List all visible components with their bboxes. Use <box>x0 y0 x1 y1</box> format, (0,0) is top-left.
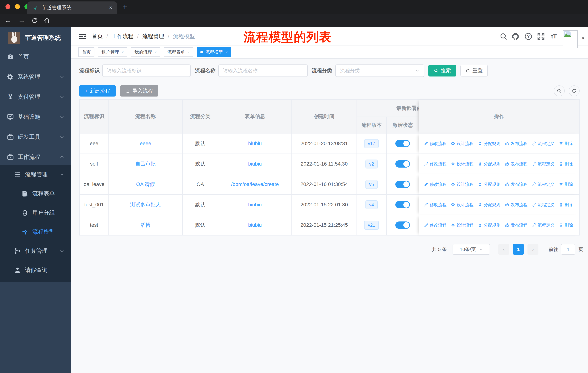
show-search-button[interactable] <box>554 85 565 96</box>
action-assign-rule[interactable]: 分配规则 <box>478 141 501 146</box>
sidebar-item-payment[interactable]: ¥ 支付管理 <box>0 87 71 107</box>
action-definition[interactable]: 流程定义 <box>532 161 555 167</box>
tab-close-icon[interactable]: × <box>109 5 112 11</box>
action-definition[interactable]: 流程定义 <box>532 222 555 228</box>
action-publish[interactable]: 发布流程 <box>505 202 527 208</box>
action-design[interactable]: 设计流程 <box>451 222 473 228</box>
active-toggle[interactable] <box>395 222 410 229</box>
action-assign-rule[interactable]: 分配规则 <box>478 161 501 167</box>
action-edit[interactable]: 修改流程 <box>424 181 447 187</box>
cell-form-link[interactable]: biubiu <box>218 215 292 235</box>
sidebar-item-user-group[interactable]: 用户分组 <box>0 203 71 222</box>
help-icon[interactable] <box>524 32 532 40</box>
active-toggle[interactable] <box>395 160 410 168</box>
action-design[interactable]: 设计流程 <box>451 141 473 146</box>
sidebar-item-process-form[interactable]: 流程表单 <box>0 184 71 203</box>
page-size-select[interactable]: 10条/页 <box>452 244 490 255</box>
hamburger-icon[interactable] <box>78 32 87 41</box>
goto-page-input[interactable] <box>561 244 575 255</box>
cell-form-link[interactable]: biubiu <box>218 154 292 174</box>
prev-page-button[interactable]: ‹ <box>498 244 509 255</box>
action-publish[interactable]: 发布流程 <box>505 222 527 228</box>
browser-tab[interactable]: 芋道管理系统 × <box>27 1 117 14</box>
version-badge[interactable]: v2 <box>366 160 378 169</box>
reload-icon[interactable] <box>31 17 38 24</box>
action-publish[interactable]: 发布流程 <box>505 181 527 187</box>
action-publish[interactable]: 发布流程 <box>505 141 527 146</box>
current-page[interactable]: 1 <box>513 244 524 255</box>
sidebar-logo[interactable]: 芋道管理系统 <box>0 27 71 48</box>
sidebar-item-task-manage[interactable]: 任务管理 <box>0 241 71 261</box>
action-edit[interactable]: 修改流程 <box>424 202 447 208</box>
cell-form-link[interactable]: biubiu <box>218 133 292 154</box>
action-delete[interactable]: 删除 <box>559 222 573 228</box>
action-assign-rule[interactable]: 分配规则 <box>478 222 501 228</box>
cell-name-link[interactable]: eeee <box>109 133 183 154</box>
close-window-button[interactable] <box>5 4 10 9</box>
tag-close-icon[interactable]: × <box>225 50 228 54</box>
cell-name-link[interactable]: 测试多审批人 <box>109 195 183 215</box>
cell-name-link[interactable]: 自己审批 <box>109 154 183 174</box>
create-process-button[interactable]: + 新建流程 <box>79 85 116 97</box>
tag-close-icon[interactable]: × <box>122 50 124 54</box>
action-edit[interactable]: 修改流程 <box>424 222 447 228</box>
tag-process-model-active[interactable]: 流程模型 × <box>197 47 231 57</box>
search-icon[interactable] <box>500 32 508 40</box>
reset-button[interactable]: 重置 <box>460 65 488 77</box>
back-icon[interactable]: ← <box>4 17 12 24</box>
action-assign-rule[interactable]: 分配规则 <box>478 181 501 187</box>
action-delete[interactable]: 删除 <box>559 202 573 208</box>
process-name-input[interactable] <box>218 64 308 77</box>
tag-close-icon[interactable]: × <box>187 50 189 54</box>
active-toggle[interactable] <box>395 201 410 208</box>
new-tab-button[interactable]: + <box>123 2 127 12</box>
forward-icon[interactable]: → <box>18 17 26 24</box>
breadcrumb-process-manage[interactable]: 流程管理 <box>142 33 164 40</box>
active-toggle[interactable] <box>395 140 410 147</box>
action-definition[interactable]: 流程定义 <box>532 202 555 208</box>
sidebar-item-devtools[interactable]: 研发工具 <box>0 127 71 147</box>
breadcrumb-home[interactable]: 首页 <box>92 33 103 40</box>
tag-close-icon[interactable]: × <box>155 50 157 54</box>
window-controls[interactable] <box>5 4 29 9</box>
version-badge[interactable]: v5 <box>366 180 378 189</box>
action-design[interactable]: 设计流程 <box>451 181 473 187</box>
refresh-table-button[interactable] <box>569 85 580 96</box>
search-button[interactable]: 搜索 <box>428 65 456 77</box>
sidebar-item-infra[interactable]: 基础设施 <box>0 107 71 127</box>
import-process-button[interactable]: 导入流程 <box>120 85 158 97</box>
font-size-icon[interactable]: tT <box>551 33 557 40</box>
github-icon[interactable] <box>511 32 519 40</box>
category-select[interactable]: 流程分类 <box>335 64 424 77</box>
version-badge[interactable]: v21 <box>364 221 379 230</box>
action-design[interactable]: 设计流程 <box>451 161 473 167</box>
breadcrumb-workflow[interactable]: 工作流程 <box>112 33 133 40</box>
cell-form-link[interactable]: /bpm/oa/leave/create <box>218 174 292 195</box>
active-toggle[interactable] <box>395 181 410 188</box>
tag-tenant[interactable]: 租户管理 × <box>98 47 127 57</box>
action-edit[interactable]: 修改流程 <box>424 141 447 146</box>
sidebar-item-process-manage[interactable]: 流程管理 <box>0 165 71 184</box>
action-publish[interactable]: 发布流程 <box>505 161 527 167</box>
action-definition[interactable]: 流程定义 <box>532 141 555 146</box>
cell-name-link[interactable]: OA 请假 <box>109 174 183 195</box>
avatar-caret-icon[interactable]: ▼ <box>581 36 585 41</box>
sidebar-item-system[interactable]: 系统管理 <box>0 67 71 87</box>
cell-name-link[interactable]: 滔博 <box>109 215 183 235</box>
action-design[interactable]: 设计流程 <box>451 202 473 208</box>
home-icon[interactable] <box>43 17 50 24</box>
sidebar-item-leave-query[interactable]: 请假查询 <box>0 261 71 280</box>
version-badge[interactable]: v4 <box>366 200 378 209</box>
tag-my-process[interactable]: 我的流程 × <box>131 47 160 57</box>
action-delete[interactable]: 删除 <box>559 161 573 167</box>
user-avatar[interactable] <box>563 30 578 48</box>
process-id-input[interactable] <box>102 64 191 77</box>
tag-process-form[interactable]: 流程表单 × <box>164 47 193 57</box>
next-page-button[interactable]: › <box>527 244 538 255</box>
minimize-window-button[interactable] <box>15 4 20 9</box>
sidebar-item-home[interactable]: 首页 <box>0 47 71 67</box>
action-assign-rule[interactable]: 分配规则 <box>478 202 501 208</box>
version-badge[interactable]: v17 <box>364 139 379 148</box>
cell-form-link[interactable]: biubiu <box>218 195 292 215</box>
action-edit[interactable]: 修改流程 <box>424 161 447 167</box>
